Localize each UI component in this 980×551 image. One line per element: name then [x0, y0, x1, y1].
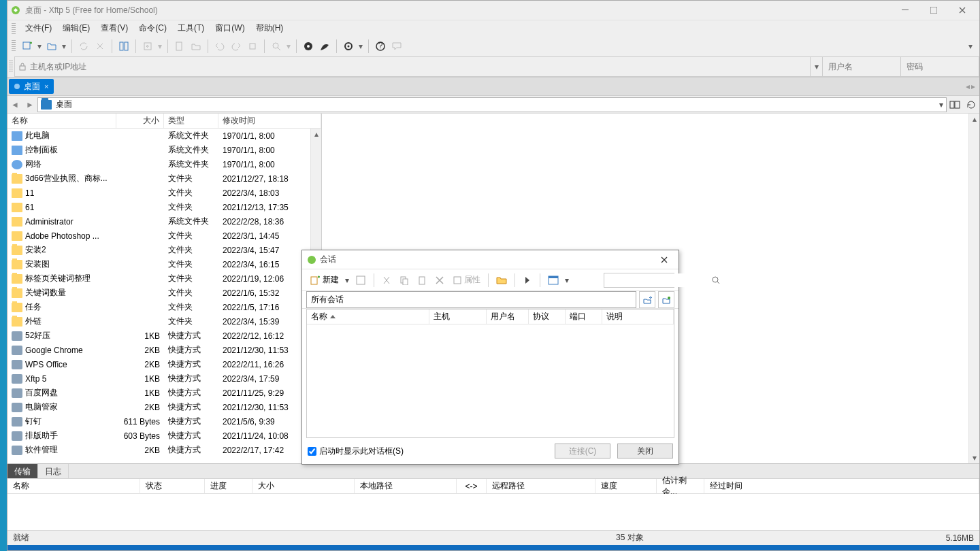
delete-button[interactable] — [431, 272, 448, 288]
dialog-path-combo[interactable]: 所有会话 — [306, 291, 636, 308]
toolbar-overflow[interactable]: ▾ — [966, 36, 975, 56]
quick-connect-button[interactable] — [519, 272, 536, 288]
col-size[interactable]: 大小 — [116, 114, 164, 128]
new-session-dropdown[interactable]: ▾ — [344, 276, 350, 285]
tcol-name[interactable]: 名称 — [7, 479, 140, 493]
tcol-progress[interactable]: 进度 — [205, 479, 252, 493]
tcol-direction[interactable]: <-> — [457, 479, 487, 493]
file-row[interactable]: 钉钉611 Bytes快捷方式2021/5/6, 9:39 — [7, 414, 321, 429]
new-folder-button[interactable] — [658, 291, 674, 308]
options-dropdown[interactable]: ▾ — [357, 39, 364, 54]
transfer-left-dropdown[interactable]: ▾ — [157, 39, 163, 54]
file-row[interactable]: Adobe Photoshop ...文件夹2022/3/1, 14:45 — [7, 229, 321, 243]
nav-forward-button[interactable]: ► — [22, 97, 37, 112]
find-button[interactable] — [269, 39, 284, 54]
col-date[interactable]: 修改时间 — [218, 114, 321, 128]
menu-file[interactable]: 文件(F) — [20, 20, 57, 36]
file-row[interactable]: 标签页关键词整理文件夹2022/1/19, 12:06 — [7, 271, 321, 286]
menu-view[interactable]: 查看(V) — [95, 20, 133, 36]
help-button[interactable]: ? — [373, 39, 388, 54]
stop-button[interactable] — [245, 39, 260, 54]
file-row[interactable]: 3d66营业执照、商标...文件夹2021/12/27, 18:18 — [7, 171, 321, 186]
search-icon[interactable] — [712, 276, 720, 284]
undo-button[interactable] — [212, 39, 227, 54]
refresh-button[interactable] — [963, 97, 979, 112]
file-row[interactable]: Google Chrome2KB快捷方式2021/12/30, 11:53 — [7, 343, 321, 357]
menu-window[interactable]: 窗口(W) — [210, 20, 250, 36]
tab-transfer[interactable]: 传输 — [7, 464, 38, 478]
host-history-dropdown[interactable]: ▾ — [811, 56, 823, 77]
editor-button[interactable] — [317, 39, 332, 54]
host-input[interactable] — [30, 57, 810, 76]
tcol-localpath[interactable]: 本地路径 — [355, 479, 457, 493]
file-row[interactable]: 排版助手603 Bytes快捷方式2021/11/24, 10:08 — [7, 429, 321, 443]
connect-button[interactable]: 连接(C) — [555, 444, 610, 458]
tab-scroll-right[interactable]: ▸ — [971, 82, 975, 91]
dialog-close-button[interactable] — [654, 252, 674, 267]
sync-button[interactable] — [116, 39, 131, 54]
tcol-eta[interactable]: 估计剩余... — [657, 479, 704, 493]
paste-button[interactable] — [414, 272, 430, 288]
scroll-down-icon[interactable]: ▾ — [969, 452, 979, 463]
file-list[interactable]: 此电脑系统文件夹1970/1/1, 8:00控制面板系统文件夹1970/1/1,… — [7, 129, 321, 463]
path-combo[interactable]: 桌面 ▾ — [37, 97, 947, 112]
remote-scrollbar[interactable]: ▴ ▾ — [968, 114, 979, 463]
file-row[interactable]: 网络系统文件夹1970/1/1, 8:00 — [7, 157, 321, 171]
open-folder-button[interactable] — [493, 272, 510, 288]
terminal-button[interactable] — [301, 39, 316, 54]
show-on-start-checkbox[interactable]: 启动时显示此对话框(S) — [308, 446, 404, 457]
reconnect-button[interactable] — [76, 39, 91, 54]
tcol-remotepath[interactable]: 远程路径 — [487, 479, 595, 493]
file-row[interactable]: 安装图文件夹2022/3/4, 16:15 — [7, 257, 321, 271]
open-button[interactable] — [44, 39, 59, 54]
view-mode-button[interactable] — [544, 272, 562, 288]
options-button[interactable] — [341, 39, 356, 54]
file-row[interactable]: 电脑管家2KB快捷方式2021/12/30, 11:53 — [7, 400, 321, 414]
new-session-dropdown[interactable]: ▾ — [36, 39, 43, 54]
col-name[interactable]: 名称 — [7, 114, 116, 128]
file-row[interactable]: 安装2文件夹2022/3/4, 15:47 — [7, 243, 321, 257]
tab-log[interactable]: 日志 — [38, 464, 69, 478]
save-button[interactable] — [352, 272, 370, 288]
path-dropdown-icon[interactable]: ▾ — [939, 100, 943, 110]
view-mode-dropdown[interactable]: ▾ — [564, 276, 570, 285]
scroll-up-icon[interactable]: ▴ — [969, 114, 979, 124]
file-row[interactable]: 控制面板系统文件夹1970/1/1, 8:00 — [7, 143, 321, 157]
dcol-host[interactable]: 主机 — [429, 310, 487, 324]
tcol-status[interactable]: 状态 — [140, 479, 205, 493]
find-dropdown[interactable]: ▾ — [285, 39, 292, 54]
tab-desktop[interactable]: 桌面 × — [9, 79, 54, 94]
copy-button[interactable] — [396, 272, 412, 288]
scroll-track[interactable] — [969, 124, 979, 452]
tab-close-icon[interactable]: × — [44, 82, 48, 90]
transfer-left-button[interactable] — [140, 39, 155, 54]
menu-command[interactable]: 命令(C) — [133, 20, 172, 36]
dcol-desc[interactable]: 说明 — [602, 310, 674, 324]
open-dropdown[interactable]: ▾ — [61, 39, 67, 54]
file-row[interactable]: 此电脑系统文件夹1970/1/1, 8:00 — [7, 129, 321, 143]
new-session-button[interactable]: 新建 — [306, 272, 342, 288]
redo-button[interactable] — [229, 39, 244, 54]
file-row[interactable]: Administrator系统文件夹2022/2/28, 18:36 — [7, 214, 321, 229]
file-row[interactable]: 61文件夹2021/12/13, 17:35 — [7, 200, 321, 214]
show-on-start-input[interactable] — [308, 447, 316, 456]
disconnect-button[interactable] — [93, 39, 108, 54]
new-session-button[interactable] — [20, 39, 35, 54]
close-button[interactable] — [948, 1, 977, 20]
dcol-user[interactable]: 用户名 — [487, 310, 529, 324]
nav-back-button[interactable]: ◄ — [7, 97, 22, 112]
new-folder-button[interactable] — [189, 39, 203, 54]
sessions-list[interactable]: 名称 主机 用户名 协议 端口 说明 — [306, 309, 674, 438]
chat-button[interactable] — [389, 39, 404, 54]
maximize-button[interactable] — [919, 1, 948, 20]
dialog-search-input[interactable] — [604, 273, 712, 287]
scroll-up-icon[interactable]: ▴ — [311, 129, 321, 139]
up-folder-button[interactable] — [639, 291, 655, 308]
file-row[interactable]: 关键词数量文件夹2022/1/6, 15:32 — [7, 286, 321, 300]
file-row[interactable]: 任务文件夹2022/1/5, 17:16 — [7, 300, 321, 314]
tcol-elapsed[interactable]: 经过时间 — [704, 479, 979, 493]
new-file-button[interactable] — [172, 39, 187, 54]
password-input[interactable] — [906, 62, 973, 71]
tab-scroll-left[interactable]: ◂ — [966, 82, 970, 91]
menu-tools[interactable]: 工具(T) — [172, 20, 210, 36]
